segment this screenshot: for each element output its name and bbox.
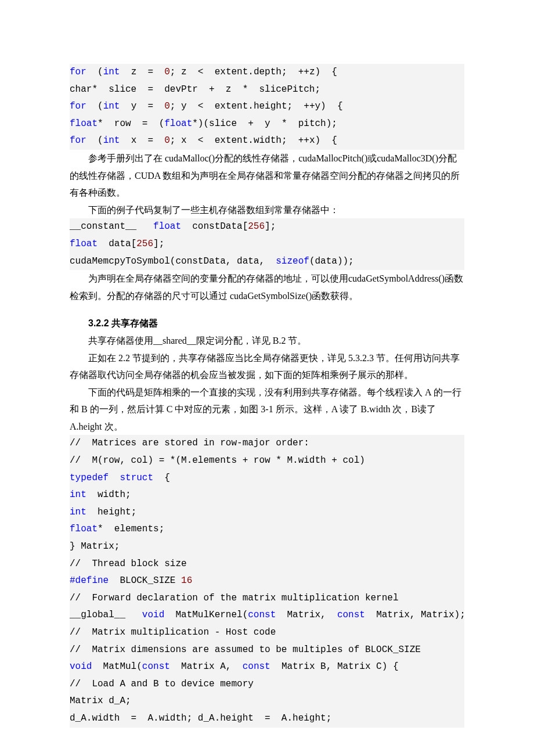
code-line: __constant__ float constData[256]; [70,218,464,236]
code-line: #define BLOCK_SIZE 16 [70,573,464,590]
paragraph: 正如在 2.2 节提到的，共享存储器应当比全局存储器更快，详见 5.3.2.3 … [70,350,464,384]
code-line: float* row = (float*)(slice + y * pitch)… [70,116,464,133]
code-line: char* slice = devPtr + z * slicePitch; [70,81,464,99]
paragraph: 为声明在全局存储器空间的变量分配的存储器的地址，可以使用cudaGetSymbo… [70,270,464,304]
section-heading: 3.2.2 共享存储器 [70,315,464,332]
code-line: int width; [70,487,464,504]
code-line: // Thread block size [70,556,464,573]
code-line: } Matrix; [70,538,464,556]
code-line: cudaMemcpyToSymbol(constData, data, size… [70,253,464,271]
code-line: // M(row, col) = *(M.elements + row * M.… [70,452,464,470]
paragraph: 下面的例子代码复制了一些主机存储器数组到常量存储器中： [70,201,464,219]
code-line: d_A.width = A.width; d_A.height = A.heig… [70,710,464,728]
code-block-3: // Matrices are stored in row-major orde… [70,435,464,727]
code-line: // Matrix multiplication - Host code [70,624,464,642]
code-line: // Load A and B to device memory [70,676,464,693]
code-line: for (int z = 0; z < extent.depth; ++z) { [70,64,464,81]
code-line: float data[256]; [70,236,464,253]
code-line: float* elements; [70,521,464,538]
code-line: // Matrices are stored in row-major orde… [70,435,464,452]
code-block-1: for (int z = 0; z < extent.depth; ++z) {… [70,64,464,150]
page: for (int z = 0; z < extent.depth; ++z) {… [0,0,534,756]
code-line: void MatMul(const Matrix A, const Matrix… [70,658,464,676]
code-line: // Forward declaration of the matrix mul… [70,590,464,607]
code-line: for (int x = 0; x < extent.width; ++x) { [70,132,464,150]
code-line: __global__ void MatMulKernel(const Matri… [70,607,464,624]
code-line: int height; [70,504,464,521]
paragraph: 参考手册列出了在 cudaMalloc()分配的线性存储器，cudaMalloc… [70,150,464,201]
code-line: for (int y = 0; y < extent.height; ++y) … [70,98,464,116]
code-block-2: __constant__ float constData[256]; float… [70,218,464,270]
code-line: Matrix d_A; [70,693,464,710]
code-line: // Matrix dimensions are assumed to be m… [70,642,464,659]
code-line: typedef struct { [70,470,464,487]
paragraph: 共享存储器使用__shared__限定词分配，详见 B.2 节。 [70,332,464,350]
paragraph: 下面的代码是矩阵相乘的一个直接的实现，没有利用到共享存储器。每个线程读入 A 的… [70,384,464,435]
